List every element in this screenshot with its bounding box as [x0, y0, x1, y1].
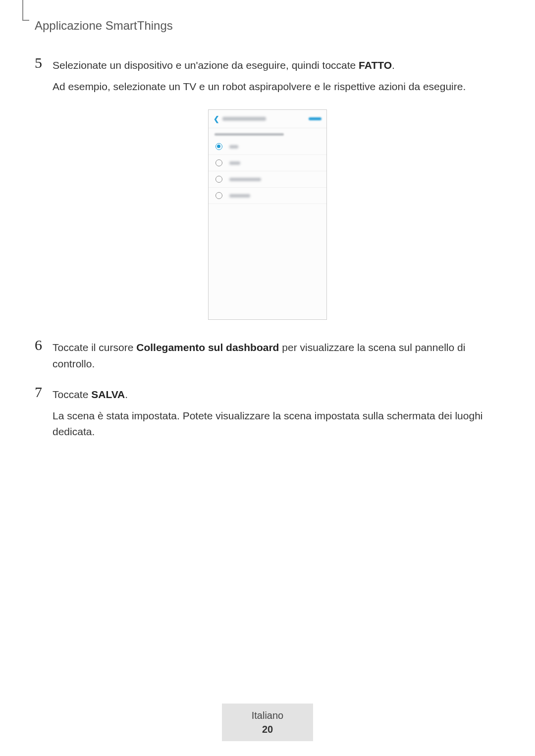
strong-fatto: FATTO: [359, 59, 392, 71]
step-7: 7 Toccate SALVA. La scena è stata impost…: [35, 387, 500, 445]
step-body: Toccate SALVA. La scena è stata impostat…: [53, 387, 500, 445]
step-5-line-1: Selezionate un dispositivo e un'azione d…: [53, 57, 500, 74]
illustration-wrap: ❮: [35, 109, 500, 320]
mock-title-blur: [222, 117, 266, 121]
strong-salva: SALVA: [91, 389, 125, 400]
radio-icon: [215, 159, 222, 166]
text: Toccate: [53, 389, 91, 400]
footer: Italiano 20: [0, 704, 535, 741]
text: Selezionate un dispositivo e un'azione d…: [53, 59, 359, 71]
step-body: Toccate il cursore Collegamento sul dash…: [53, 340, 500, 377]
step-7-line-2: La scena è stata impostata. Potete visua…: [53, 408, 500, 440]
back-icon: ❮: [214, 115, 219, 123]
step-6-line-1: Toccate il cursore Collegamento sul dash…: [53, 340, 500, 372]
text: .: [392, 59, 395, 71]
page-content: Applicazione SmartThings 5 Selezionate u…: [0, 0, 535, 445]
mock-option-row: [209, 155, 326, 171]
footer-language: Italiano: [252, 708, 284, 722]
step-body: Selezionate un dispositivo e un'azione d…: [53, 57, 500, 100]
step-7-line-1: Toccate SALVA.: [53, 387, 500, 403]
mock-header: ❮: [209, 110, 326, 128]
mock-subheader-blur: [214, 133, 284, 136]
mock-option-label-blur: [229, 161, 240, 165]
mock-subheader: [209, 128, 326, 139]
footer-box: Italiano 20: [222, 704, 314, 741]
radio-icon: [215, 143, 222, 150]
mock-done: [309, 117, 321, 120]
mock-option-row: [209, 171, 326, 188]
mock-option-label-blur: [229, 194, 250, 198]
footer-page-number: 20: [252, 722, 284, 736]
radio-icon: [215, 192, 222, 199]
corner-decoration: [22, 0, 29, 21]
mock-option-row: [209, 139, 326, 155]
text: .: [125, 389, 128, 400]
mock-header-left: ❮: [214, 115, 266, 123]
radio-icon: [215, 176, 222, 183]
mock-rows: [209, 139, 326, 204]
step-5: 5 Selezionate un dispositivo e un'azione…: [35, 57, 500, 100]
step-6: 6 Toccate il cursore Collegamento sul da…: [35, 340, 500, 377]
step-number: 5: [35, 55, 53, 70]
section-title: Applicazione SmartThings: [35, 19, 500, 33]
mock-option-label-blur: [229, 178, 261, 181]
step-number: 7: [35, 385, 53, 400]
phone-mock: ❮: [208, 109, 327, 320]
mock-done-blur: [309, 117, 321, 120]
step-number: 6: [35, 338, 53, 353]
strong-collegamento: Collegamento sul dashboard: [136, 342, 279, 353]
mock-option-label-blur: [229, 145, 238, 149]
mock-option-row: [209, 188, 326, 204]
step-5-line-2: Ad esempio, selezionate un TV e un robot…: [53, 79, 500, 95]
text: Toccate il cursore: [53, 342, 136, 353]
